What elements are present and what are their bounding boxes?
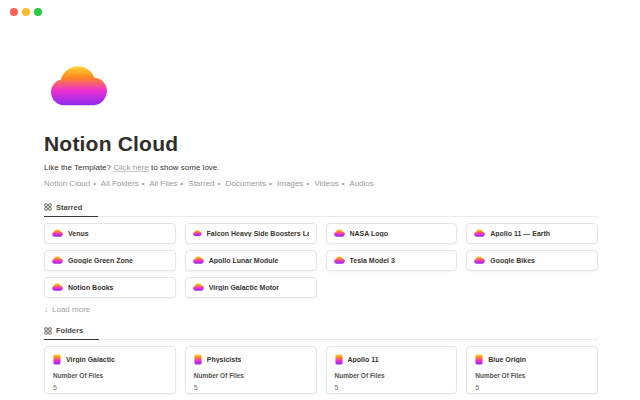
tab-starred-label: Starred: [56, 203, 82, 212]
nav-item: Images•: [277, 179, 312, 188]
gradient-folder-icon: [475, 354, 483, 365]
file-card-title: Notion Books: [68, 284, 114, 291]
starred-section-header: Starred: [44, 197, 598, 217]
folder-card-title: Physicists: [207, 356, 242, 363]
starred-file-card[interactable]: Notion Books: [44, 277, 176, 298]
nav-link[interactable]: Audios: [349, 179, 373, 188]
starred-file-card[interactable]: Falcon Heavy Side Boosters Landings: [185, 223, 317, 244]
folder-count-value: 5: [335, 384, 449, 391]
folder-card-title: Apollo 11: [348, 356, 379, 363]
nav-item: Audios•: [349, 179, 373, 188]
gradient-folder-icon: [194, 354, 202, 365]
folder-card[interactable]: Blue Origin Number Of Files 5: [466, 346, 598, 394]
file-card-title: Falcon Heavy Side Boosters Landings: [207, 230, 309, 237]
folders-section: Folders Virgin Galactic Number Of Files …: [44, 321, 598, 400]
nav-item: Documents•: [226, 179, 275, 188]
folder-count-label: Number Of Files: [335, 372, 449, 379]
tagline-before: Like the Template?: [44, 163, 113, 172]
cloud-file-icon: [52, 229, 63, 237]
zoom-window-button[interactable]: [34, 8, 42, 16]
folder-count-label: Number Of Files: [475, 372, 589, 379]
starred-file-card[interactable]: Venus: [44, 223, 176, 244]
cloud-file-icon: [193, 256, 204, 264]
folder-card-title-row: Physicists: [194, 354, 308, 365]
file-card-title: Google Green Zone: [68, 257, 133, 264]
down-arrow-icon: ↓: [44, 305, 48, 314]
starred-file-card[interactable]: NASA Logo: [326, 223, 458, 244]
nav-separator: •: [342, 179, 345, 188]
tab-folders[interactable]: Folders: [44, 324, 99, 340]
folder-card-title-row: Apollo 11: [335, 354, 449, 365]
nav-item: Starred•: [188, 179, 223, 188]
file-card-title: Apollo Lunar Module: [209, 257, 279, 264]
nav-separator: •: [142, 179, 145, 188]
nav-item: All Folders•: [101, 179, 148, 188]
folders-grid: Virgin Galactic Number Of Files 5 Physic…: [44, 346, 598, 400]
page-title: Notion Cloud: [44, 132, 598, 156]
starred-grid: Venus Falcon Heavy Side Boosters Landing…: [44, 223, 598, 298]
nav-separator: •: [93, 179, 96, 188]
starred-file-card[interactable]: Virgin Galactic Motor: [185, 277, 317, 298]
folder-card[interactable]: Virgin Galactic Number Of Files 5: [44, 346, 176, 394]
file-card-title: Apollo 11 — Earth: [490, 230, 550, 237]
folders-section-header: Folders: [44, 321, 598, 341]
gallery-view-icon: [44, 203, 52, 211]
load-more-label: Load more: [52, 305, 90, 314]
cloud-file-icon: [474, 256, 485, 264]
load-more-button[interactable]: ↓ Load more: [44, 305, 90, 314]
nav-link[interactable]: Documents: [226, 179, 266, 188]
nav-link[interactable]: Notion Cloud: [44, 179, 90, 188]
file-card-title: Virgin Galactic Motor: [209, 284, 279, 291]
tagline: Like the Template? Click here to show so…: [44, 163, 598, 172]
nav-links: Notion Cloud• All Folders• All Files• St…: [44, 179, 598, 188]
folder-card-title-row: Blue Origin: [475, 354, 589, 365]
cloud-file-icon: [193, 283, 204, 291]
gradient-folder-icon: [335, 354, 343, 365]
cloud-file-icon: [193, 229, 202, 237]
file-card-title: Tesla Model 3: [350, 257, 395, 264]
gallery-view-icon: [44, 327, 52, 335]
starred-file-card[interactable]: Tesla Model 3: [326, 250, 458, 271]
window-controls: [10, 8, 42, 16]
starred-file-card[interactable]: Google Green Zone: [44, 250, 176, 271]
tab-folders-label: Folders: [56, 326, 83, 335]
tagline-after: to show some love.: [149, 163, 220, 172]
file-card-title: NASA Logo: [350, 230, 389, 237]
nav-link[interactable]: Starred: [188, 179, 214, 188]
nav-separator: •: [306, 179, 309, 188]
cloud-file-icon: [334, 229, 345, 237]
file-card-title: Google Bikes: [490, 257, 535, 264]
nav-separator: •: [218, 179, 221, 188]
nav-separator: •: [180, 179, 183, 188]
nav-separator: •: [269, 179, 272, 188]
folder-card-title-row: Virgin Galactic: [53, 354, 167, 365]
nav-link[interactable]: Images: [277, 179, 303, 188]
folder-card-title: Virgin Galactic: [66, 356, 115, 363]
cloud-icon: [50, 64, 108, 107]
cloud-file-icon: [52, 283, 63, 291]
nav-item: Videos•: [314, 179, 347, 188]
folder-count-value: 5: [53, 384, 167, 391]
cloud-file-icon: [334, 256, 345, 264]
tagline-link[interactable]: Click here: [113, 163, 149, 172]
starred-file-card[interactable]: Apollo 11 — Earth: [466, 223, 598, 244]
starred-file-card[interactable]: Apollo Lunar Module: [185, 250, 317, 271]
nav-link[interactable]: Videos: [314, 179, 338, 188]
nav-item: All Files•: [149, 179, 186, 188]
folder-card[interactable]: Physicists Number Of Files 5: [185, 346, 317, 394]
minimize-window-button[interactable]: [22, 8, 30, 16]
folder-card[interactable]: Apollo 11 Number Of Files 5: [326, 346, 458, 394]
folder-card-title: Blue Origin: [488, 356, 526, 363]
cloud-file-icon: [474, 229, 485, 237]
gradient-folder-icon: [53, 354, 61, 365]
starred-section: Starred Venus Falcon Heavy Side Boosters…: [44, 197, 598, 314]
folder-count-label: Number Of Files: [194, 372, 308, 379]
page-body: Notion Cloud Like the Template? Click he…: [0, 64, 640, 400]
nav-link[interactable]: All Folders: [101, 179, 139, 188]
nav-item: Notion Cloud•: [44, 179, 99, 188]
folder-count-label: Number Of Files: [53, 372, 167, 379]
close-window-button[interactable]: [10, 8, 18, 16]
tab-starred[interactable]: Starred: [44, 201, 98, 217]
nav-link[interactable]: All Files: [149, 179, 177, 188]
starred-file-card[interactable]: Google Bikes: [466, 250, 598, 271]
